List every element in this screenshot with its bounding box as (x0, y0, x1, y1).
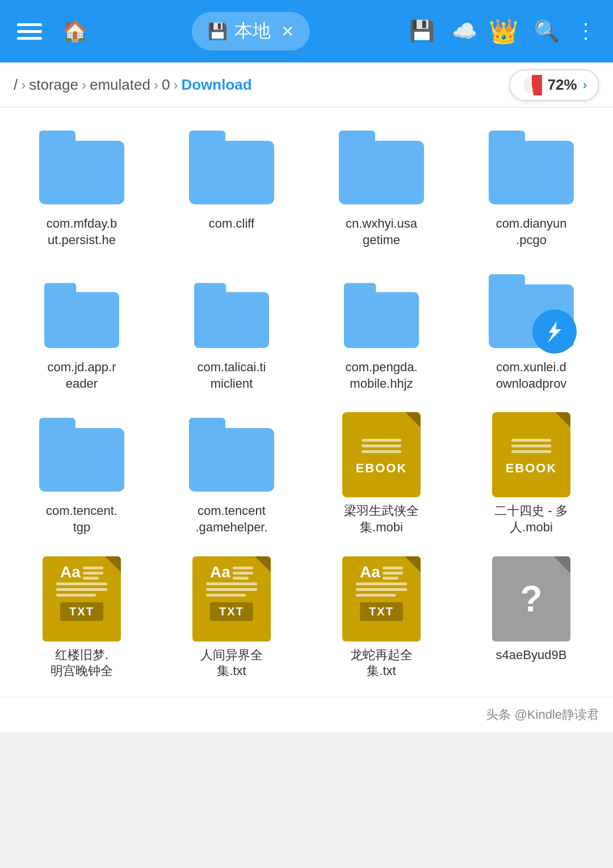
file-name-12: 二十四史 - 多人.mobi (494, 503, 568, 535)
txt-icon-container-13: Aa TXT (36, 556, 127, 641)
folder-icon-4 (489, 131, 574, 204)
home-button[interactable]: 🏠 (62, 19, 88, 43)
watermark-text: 头条 @Kindle静读君 (486, 707, 599, 722)
tab-drive-icon: 💾 (208, 22, 228, 41)
file-item-9[interactable]: com.tencent.tgp (9, 406, 154, 541)
second-drive-button[interactable]: 💾 (409, 19, 435, 43)
svg-marker-2 (548, 321, 561, 343)
folder-icon-6 (194, 283, 269, 348)
file-item-7[interactable]: com.pengda.mobile.hhjz (309, 263, 454, 397)
file-item-8[interactable]: com.xunlei.downloadprov (459, 263, 604, 397)
file-item-12[interactable]: EBOOK 二十四史 - 多人.mobi (459, 406, 604, 541)
ebook-label-11: EBOOK (356, 461, 408, 476)
folder-icon-10 (189, 418, 274, 492)
ebook-icon-11: EBOOK (342, 412, 421, 497)
file-item-13[interactable]: Aa TXT 红楼旧梦.明宫晚钟全 (9, 551, 154, 685)
txt-aa-13: Aa (60, 564, 81, 580)
file-name-1: com.mfday.but.persist.he (47, 216, 117, 248)
file-item-6[interactable]: com.talicai.timiclient (159, 263, 304, 397)
breadcrumb-emulated[interactable]: emulated (90, 76, 150, 94)
hamburger-menu[interactable] (17, 23, 42, 40)
file-name-3: cn.wxhyi.usagetime (346, 216, 417, 248)
folder-icon-2 (189, 131, 274, 204)
folder-icon-container-1 (36, 125, 127, 210)
file-name-6: com.talicai.timiclient (197, 359, 266, 392)
file-item-1[interactable]: com.mfday.but.persist.he (9, 119, 154, 254)
folder-icon-3 (339, 131, 424, 204)
file-name-13: 红楼旧梦.明宫晚钟全 (51, 647, 113, 680)
unknown-question-mark: ? (520, 578, 542, 620)
unknown-icon-container-16: ? (486, 556, 577, 641)
file-name-8: com.xunlei.downloadprov (496, 359, 567, 392)
breadcrumb-download[interactable]: Download (181, 76, 251, 94)
breadcrumb-arrow: › (583, 78, 587, 93)
file-name-16: s4aeByud9B (496, 647, 567, 664)
home-icon: 🏠 (62, 19, 88, 43)
breadcrumb-sep-3: › (173, 77, 178, 93)
file-item-11[interactable]: EBOOK 梁羽生武侠全集.mobi (309, 406, 454, 541)
file-name-5: com.jd.app.reader (47, 359, 116, 392)
drive-icon-2: 💾 (409, 19, 435, 43)
file-item-10[interactable]: com.tencent.gamehelper. (159, 406, 304, 541)
breadcrumb-sep-0: › (21, 77, 26, 93)
tab-area: 💾 本地 ✕ (104, 12, 398, 51)
tab-close-icon[interactable]: ✕ (281, 22, 294, 41)
unknown-icon-16: ? (492, 556, 570, 641)
file-item-16[interactable]: ? s4aeByud9B (459, 551, 604, 685)
txt-aa-14: Aa (210, 564, 230, 580)
right-icons: 👑 🔍 ⋮ (489, 18, 596, 45)
txt-icon-13: Aa TXT (43, 556, 121, 641)
ebook-label-12: EBOOK (506, 461, 557, 476)
file-item-3[interactable]: cn.wxhyi.usagetime (309, 119, 454, 254)
file-name-14: 人间异界全集.txt (200, 647, 263, 680)
crown-icon[interactable]: 👑 (489, 18, 518, 45)
txt-label-13: TXT (60, 602, 103, 621)
breadcrumb-sep-2: › (154, 77, 158, 93)
file-name-11: 梁羽生武侠全集.mobi (344, 503, 419, 535)
xunlei-overlay (532, 309, 577, 354)
file-item-15[interactable]: Aa TXT 龙蛇再起全集.txt (309, 551, 454, 685)
folder-icon-5 (44, 283, 119, 348)
folder-icon-9 (39, 418, 124, 492)
cloud-button[interactable]: ☁️ (452, 19, 477, 43)
file-item-14[interactable]: Aa TXT 人间异界全集.txt (159, 551, 304, 685)
cloud-icon: ☁️ (452, 19, 477, 43)
file-item-2[interactable]: com.cliff (159, 119, 304, 254)
file-name-7: com.pengda.mobile.hhjz (345, 359, 417, 392)
ebook-icon-12: EBOOK (492, 412, 570, 497)
folder-icon-container-10 (186, 412, 277, 497)
folder-icon-container-7 (336, 269, 427, 354)
file-item-5[interactable]: com.jd.app.reader (9, 263, 154, 397)
tab-label: 本地 (234, 19, 271, 44)
local-tab[interactable]: 💾 本地 ✕ (192, 12, 310, 51)
folder-icon-1 (39, 131, 124, 204)
breadcrumb-0[interactable]: 0 (162, 76, 170, 94)
breadcrumb-sep-1: › (82, 77, 86, 93)
folder-icon-7 (344, 283, 419, 348)
breadcrumb-bar: / › storage › emulated › 0 › Download 72… (0, 62, 613, 108)
folder-icon-container-2 (186, 125, 277, 210)
folder-icon-container-5 (36, 269, 127, 354)
breadcrumb-root[interactable]: / (14, 76, 18, 94)
txt-aa-15: Aa (360, 564, 380, 580)
txt-icon-14: Aa TXT (192, 556, 271, 641)
file-name-10: com.tencent.gamehelper. (195, 503, 267, 535)
folder-icon-container-8 (486, 269, 577, 354)
txt-label-15: TXT (360, 602, 403, 621)
storage-usage-badge[interactable]: 72% › (509, 69, 599, 101)
file-grid: com.mfday.but.persist.he com.cliff cn.wx… (0, 108, 613, 697)
ebook-icon-container-12: EBOOK (486, 412, 577, 497)
breadcrumb-storage[interactable]: storage (29, 76, 78, 94)
hamburger-icon[interactable] (17, 23, 42, 40)
file-item-4[interactable]: com.dianyun.pcgo (459, 119, 604, 254)
folder-icon-container-6 (186, 269, 277, 354)
file-name-4: com.dianyun.pcgo (496, 216, 567, 248)
ebook-icon-container-11: EBOOK (336, 412, 427, 497)
txt-icon-container-14: Aa TXT (186, 556, 277, 641)
search-icon[interactable]: 🔍 (534, 19, 560, 43)
file-name-2: com.cliff (209, 216, 254, 232)
file-name-15: 龙蛇再起全集.txt (350, 647, 413, 680)
file-name-9: com.tencent.tgp (46, 503, 117, 535)
more-menu-icon[interactable]: ⋮ (576, 19, 596, 43)
txt-icon-15: Aa TXT (342, 556, 421, 641)
